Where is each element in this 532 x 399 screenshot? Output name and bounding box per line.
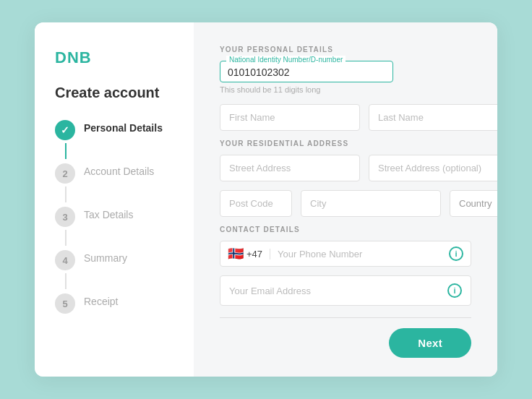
- nin-wrapper: National Identity Number/D-number: [220, 61, 393, 82]
- email-info-icon[interactable]: i: [447, 283, 462, 298]
- main-content: YOUR PERSONAL DETAILS National Identity …: [194, 22, 497, 377]
- phone-info-icon[interactable]: i: [449, 246, 463, 261]
- postcode-input[interactable]: [220, 190, 292, 217]
- step-connector-1-2: [65, 143, 66, 159]
- nin-hint: This should be 11 digits long: [220, 85, 471, 94]
- norway-flag-icon: 🇳🇴: [228, 246, 244, 262]
- nin-label: National Identity Number/D-number: [226, 56, 346, 64]
- address-section-title: YOUR RESIDENTIAL ADDRESS: [220, 140, 471, 147]
- phone-code: +47: [246, 249, 270, 259]
- step-circle-3: 3: [55, 207, 75, 227]
- check-icon: ✓: [61, 124, 69, 136]
- email-row: i: [220, 275, 471, 306]
- main-card: DNB Create account ✓ Personal Details 2 …: [35, 22, 497, 377]
- step-connector-2-3: [65, 186, 66, 202]
- step-circle-2: 2: [55, 163, 75, 184]
- phone-row: 🇳🇴 +47 i: [220, 241, 471, 267]
- create-account-title: Create account: [55, 85, 173, 101]
- email-input[interactable]: [229, 286, 440, 296]
- last-name-input[interactable]: [369, 104, 497, 131]
- step-item-personal: ✓ Personal Details: [55, 119, 173, 140]
- step-label-personal: Personal Details: [84, 119, 163, 134]
- actions-row: Next: [220, 328, 471, 358]
- city-row: Country: [220, 190, 471, 217]
- country-select[interactable]: Country: [450, 190, 497, 217]
- street-address-optional-input[interactable]: [369, 155, 497, 181]
- steps-list: ✓ Personal Details 2 Account Details 3 T…: [55, 119, 173, 317]
- next-button[interactable]: Next: [389, 328, 471, 358]
- street-address-input[interactable]: [220, 155, 360, 181]
- personal-section-title: YOUR PERSONAL DETAILS: [220, 46, 471, 53]
- step-item-summary: 4 Summary: [55, 249, 173, 270]
- nin-input[interactable]: [228, 66, 385, 78]
- name-row: [220, 104, 471, 131]
- step-circle-1: ✓: [55, 120, 75, 140]
- step-item-receipt: 5 Receipt: [55, 292, 173, 314]
- nin-field-group: National Identity Number/D-number This s…: [220, 61, 471, 94]
- step-label-receipt: Receipt: [84, 292, 118, 307]
- contact-section-title: CONTACT DETAILS: [220, 226, 471, 233]
- street-row: [220, 155, 471, 181]
- step-item-tax: 3 Tax Details: [55, 205, 173, 227]
- first-name-input[interactable]: [220, 104, 360, 131]
- city-input[interactable]: [301, 190, 441, 217]
- step-connector-4-5: [65, 273, 66, 289]
- step-circle-5: 5: [55, 293, 75, 314]
- step-label-tax: Tax Details: [84, 205, 133, 220]
- step-label-account: Account Details: [84, 162, 154, 177]
- step-label-summary: Summary: [84, 249, 127, 264]
- phone-input[interactable]: [278, 249, 449, 259]
- sidebar: DNB Create account ✓ Personal Details 2 …: [35, 22, 194, 377]
- divider: [220, 317, 471, 318]
- step-connector-3-4: [65, 230, 66, 246]
- logo: DNB: [55, 48, 173, 67]
- step-item-account: 2 Account Details: [55, 162, 173, 184]
- step-circle-4: 4: [55, 250, 75, 270]
